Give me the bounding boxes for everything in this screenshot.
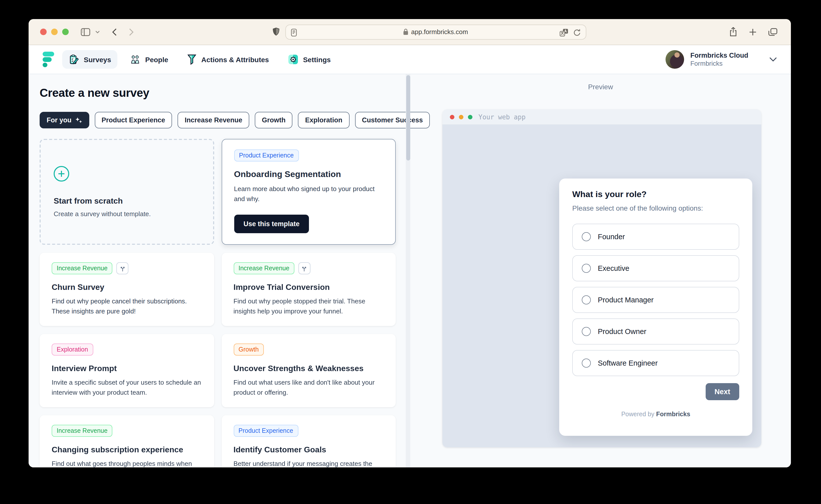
sidebar-icon[interactable] bbox=[81, 28, 90, 36]
branch-icon[interactable] bbox=[298, 262, 310, 274]
template-card-identify-customer-goals[interactable]: Product Experience Identify Customer Goa… bbox=[221, 415, 396, 467]
branch-icon[interactable] bbox=[117, 262, 129, 274]
category-badge: Increase Revenue bbox=[233, 262, 294, 274]
option-software-engineer[interactable]: Software Engineer bbox=[572, 350, 739, 376]
avatar bbox=[666, 50, 684, 69]
card-title: Improve Trial Conversion bbox=[233, 283, 384, 292]
nav-tab-label: People bbox=[145, 55, 168, 63]
account-menu[interactable]: Formbricks Cloud Formbricks bbox=[666, 50, 777, 69]
preview-label: Preview bbox=[410, 83, 791, 91]
people-icon bbox=[130, 55, 141, 64]
clipboard-pencil-icon bbox=[69, 54, 79, 65]
card-description: Find out why people cancel their subscri… bbox=[52, 296, 202, 316]
card-description: Better understand if your messaging crea… bbox=[233, 459, 384, 467]
category-badge: Product Experience bbox=[234, 149, 299, 161]
screen: app.formbricks.com bbox=[0, 0, 821, 504]
filter-chip-product-experience[interactable]: Product Experience bbox=[95, 112, 172, 128]
main-content: Create a new survey For you Product Expe… bbox=[29, 74, 791, 467]
card-title: Start from scratch bbox=[54, 197, 200, 206]
template-grid: Start from scratch Create a survey witho… bbox=[40, 139, 396, 467]
next-button[interactable]: Next bbox=[705, 383, 739, 400]
radio-icon bbox=[582, 295, 591, 304]
url-text: app.formbricks.com bbox=[403, 28, 468, 36]
option-label: Executive bbox=[598, 264, 629, 272]
nav-tab-surveys[interactable]: Surveys bbox=[62, 50, 118, 69]
chip-label: For you bbox=[47, 116, 71, 124]
template-card-onboarding-segmentation[interactable]: Product Experience Onboarding Segmentati… bbox=[221, 139, 396, 245]
preview-browser-mockup: Your web app What is your role? Please s… bbox=[442, 109, 761, 447]
nav-tab-settings[interactable]: Settings bbox=[281, 50, 337, 69]
chevron-down-icon[interactable] bbox=[769, 57, 777, 62]
card-description: Find out why people stopped their trial.… bbox=[233, 296, 384, 316]
survey-question: What is your role? bbox=[572, 190, 739, 200]
sparkles-icon bbox=[75, 117, 82, 124]
plus-circle-icon bbox=[54, 166, 69, 182]
formbricks-logo[interactable] bbox=[43, 52, 54, 67]
reader-icon[interactable] bbox=[291, 28, 297, 36]
tabs-icon[interactable] bbox=[768, 28, 777, 36]
filter-chip-increase-revenue[interactable]: Increase Revenue bbox=[178, 112, 250, 128]
reload-icon[interactable] bbox=[573, 28, 581, 36]
forward-icon[interactable] bbox=[129, 28, 134, 36]
template-card-changing-subscription-experience[interactable]: Increase Revenue Changing subscription e… bbox=[40, 415, 214, 467]
back-icon[interactable] bbox=[112, 28, 117, 36]
shield-icon[interactable] bbox=[272, 27, 280, 36]
option-label: Product Owner bbox=[598, 327, 646, 335]
template-card-interview-prompt[interactable]: Exploration Interview Prompt Invite a sp… bbox=[40, 334, 214, 407]
address-bar[interactable]: app.formbricks.com bbox=[285, 24, 586, 39]
option-executive[interactable]: Executive bbox=[572, 255, 739, 281]
filter-chip-exploration[interactable]: Exploration bbox=[298, 112, 350, 128]
scrollbar-track[interactable] bbox=[406, 74, 410, 467]
option-founder[interactable]: Founder bbox=[572, 224, 739, 250]
category-badge: Product Experience bbox=[233, 425, 298, 437]
filter-chip-for-you[interactable]: For you bbox=[40, 112, 89, 128]
zoom-window-button[interactable] bbox=[62, 29, 69, 35]
option-product-manager[interactable]: Product Manager bbox=[572, 287, 739, 313]
scrollbar-thumb[interactable] bbox=[406, 75, 410, 160]
browser-window: app.formbricks.com bbox=[29, 19, 791, 467]
template-card-uncover-strengths-weaknesses[interactable]: Growth Uncover Strengths & Weaknesses Fi… bbox=[221, 334, 396, 407]
start-from-scratch-card[interactable]: Start from scratch Create a survey witho… bbox=[40, 139, 214, 245]
powered-by-prefix: Powered by bbox=[621, 411, 654, 418]
filter-chip-customer-success[interactable]: Customer Success bbox=[355, 112, 430, 128]
survey-options: Founder Executive Product Manager bbox=[572, 224, 739, 376]
radio-icon bbox=[582, 359, 591, 368]
card-title: Onboarding Segmentation bbox=[234, 170, 383, 180]
filter-chip-growth[interactable]: Growth bbox=[255, 112, 293, 128]
card-description: Invite a specific subset of your users t… bbox=[52, 378, 202, 397]
template-card-improve-trial-conversion[interactable]: Increase Revenue Improve Trial Conversio… bbox=[221, 253, 396, 326]
option-product-owner[interactable]: Product Owner bbox=[572, 318, 739, 345]
survey-subheader: Please select one of the following optio… bbox=[572, 204, 739, 212]
category-badge: Increase Revenue bbox=[52, 262, 113, 274]
account-org: Formbricks bbox=[690, 60, 748, 67]
mock-zoom-icon bbox=[468, 115, 472, 119]
template-card-churn-survey[interactable]: Increase Revenue Churn Survey Find out w… bbox=[40, 253, 214, 326]
option-label: Product Manager bbox=[598, 296, 653, 304]
use-template-button[interactable]: Use this template bbox=[234, 215, 309, 233]
card-title: Interview Prompt bbox=[52, 364, 202, 373]
powered-by-brand-link[interactable]: Formbricks bbox=[656, 411, 690, 418]
card-description: Find out what goes through peoples minds… bbox=[52, 459, 202, 467]
mock-minimize-icon bbox=[459, 115, 463, 119]
chevron-down-icon[interactable] bbox=[95, 30, 100, 33]
card-title: Uncover Strengths & Weaknesses bbox=[233, 364, 384, 373]
lock-icon bbox=[403, 29, 408, 35]
close-window-button[interactable] bbox=[40, 29, 47, 35]
translate-icon[interactable] bbox=[559, 28, 568, 36]
new-tab-icon[interactable] bbox=[749, 28, 757, 36]
nav-tab-actions-attributes[interactable]: Actions & Attributes bbox=[181, 50, 276, 69]
powered-by: Powered by Formbricks bbox=[572, 411, 739, 418]
category-badge: Increase Revenue bbox=[52, 425, 113, 437]
share-icon[interactable] bbox=[729, 27, 737, 37]
mock-browser-titlebar: Your web app bbox=[442, 109, 761, 125]
minimize-window-button[interactable] bbox=[51, 29, 58, 35]
nav-tab-people[interactable]: People bbox=[124, 51, 175, 68]
filter-chips: For you Product Experience Increase Reve… bbox=[40, 112, 430, 128]
card-title: Identify Customer Goals bbox=[233, 445, 384, 454]
nav-tab-label: Actions & Attributes bbox=[201, 55, 269, 63]
page-title: Create a new survey bbox=[40, 86, 149, 100]
survey-preview-card: What is your role? Please select one of … bbox=[559, 179, 752, 436]
category-badge: Growth bbox=[233, 344, 264, 356]
category-badge: Exploration bbox=[52, 344, 93, 356]
card-title: Churn Survey bbox=[52, 283, 202, 292]
